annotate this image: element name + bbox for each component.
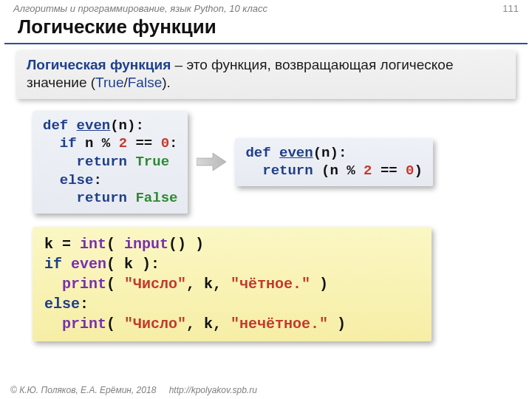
- false-literal: False: [135, 190, 177, 206]
- code-text: (n %: [321, 163, 364, 179]
- code-text: ( k ):: [106, 256, 160, 273]
- code-box-left: def even(n): if n % 2 == 0: return True …: [33, 111, 188, 214]
- slide-title: Логические функции: [4, 16, 528, 44]
- num-literal: 2: [119, 135, 127, 151]
- fn-print: print: [62, 276, 106, 293]
- fn-even: even: [279, 145, 313, 161]
- fn-input: input: [124, 236, 168, 253]
- code-row: def even(n): if n % 2 == 0: return True …: [0, 108, 532, 216]
- kw-else: else: [44, 296, 80, 313]
- code-text: (n):: [110, 117, 144, 134]
- svg-marker-0: [197, 153, 226, 171]
- code-text: ): [415, 163, 423, 179]
- code-text: :: [80, 296, 89, 313]
- true-literal: True: [95, 75, 123, 90]
- kw-def: def: [245, 145, 279, 161]
- fn-print: print: [62, 316, 106, 332]
- kw-def: def: [43, 117, 77, 134]
- code-box-usage: k = int( input() ) if even( k ): print( …: [33, 227, 432, 341]
- kw-return: return: [245, 163, 321, 179]
- fn-even: even: [71, 256, 106, 273]
- fn-even: even: [77, 117, 111, 134]
- fn-int: int: [80, 236, 106, 253]
- code-text: ==: [127, 135, 161, 151]
- code-text: (: [106, 316, 124, 332]
- definition-box: Логическая функция – это функция, возвра…: [16, 50, 516, 99]
- slide-header: Алгоритмы и программирование, язык Pytho…: [0, 0, 532, 16]
- str-literal: "Число": [124, 276, 186, 293]
- num-literal: 2: [364, 163, 372, 179]
- code-text: () ): [168, 236, 204, 253]
- str-literal: "нечётное.": [231, 316, 328, 332]
- course-label: Алгоритмы и программирование, язык Pytho…: [13, 3, 267, 14]
- code-text: ): [310, 276, 328, 293]
- kw-return: return: [43, 154, 135, 170]
- slide-footer: © К.Ю. Поляков, Е.А. Ерёмин, 2018 http:/…: [10, 385, 257, 395]
- code-text: k =: [44, 236, 80, 253]
- definition-body2: ).: [162, 75, 171, 90]
- code-text: (n):: [313, 145, 347, 161]
- copyright: © К.Ю. Поляков, Е.А. Ерёмин, 2018: [10, 385, 156, 395]
- definition-dash: –: [171, 57, 186, 72]
- code-text: [44, 276, 62, 293]
- code-text: :: [169, 135, 177, 151]
- kw-if: if: [44, 256, 62, 273]
- kw-else: else: [43, 172, 93, 188]
- code-text: , k,: [186, 316, 231, 332]
- code-text: , k,: [186, 276, 231, 293]
- code-text: :: [93, 172, 101, 188]
- true-literal: True: [135, 154, 169, 170]
- num-literal: 0: [161, 135, 169, 151]
- definition-term: Логическая функция: [27, 57, 171, 72]
- code-text: (: [106, 276, 124, 293]
- code-text: [44, 316, 62, 332]
- code-text: n %: [77, 135, 119, 151]
- kw-if: if: [43, 135, 77, 151]
- str-literal: "Число": [124, 316, 186, 332]
- code-text: [62, 256, 71, 273]
- arrow-icon: [197, 151, 226, 172]
- footer-url: http://kpolyakov.spb.ru: [169, 385, 257, 395]
- false-literal: False: [128, 75, 162, 90]
- code-text: (: [106, 236, 124, 253]
- code-text: ): [328, 316, 346, 332]
- num-literal: 0: [406, 163, 414, 179]
- kw-return: return: [43, 190, 135, 206]
- page-number: 111: [502, 3, 519, 14]
- code-text: ==: [372, 163, 406, 179]
- code-box-right: def even(n): return (n % 2 == 0): [235, 138, 432, 186]
- str-literal: "чётное.": [231, 276, 310, 293]
